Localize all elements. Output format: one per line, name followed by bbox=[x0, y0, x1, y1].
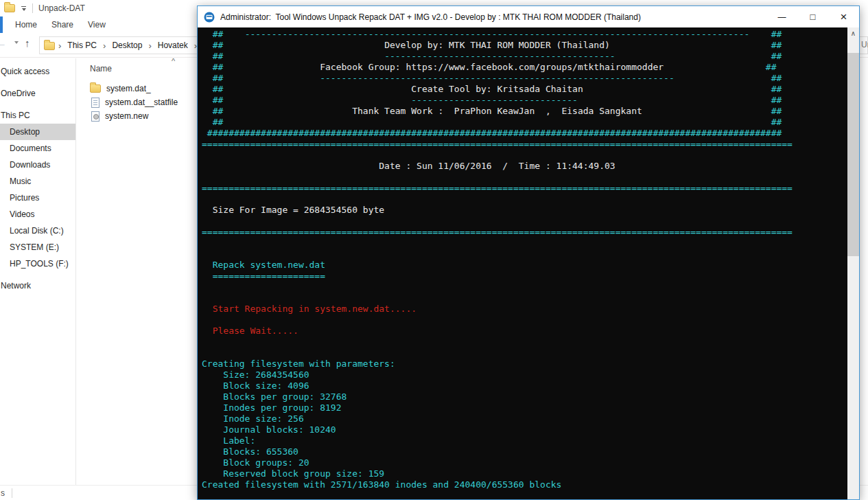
generic-file-icon bbox=[91, 111, 99, 122]
sort-ascending-icon: ^ bbox=[172, 57, 175, 65]
folder-icon bbox=[4, 4, 15, 12]
console-line bbox=[202, 348, 847, 359]
sidebar-item-label: Desktop bbox=[10, 127, 40, 137]
console-line bbox=[202, 172, 847, 183]
console-line: ========================================… bbox=[202, 183, 847, 194]
console-line: ## Thank Team Work : PraPhon KeawJan , E… bbox=[202, 106, 847, 117]
console-titlebar[interactable]: Administrator: Tool Windows Unpack Repac… bbox=[198, 6, 859, 27]
console-line: ========================================… bbox=[202, 227, 847, 238]
console-scrollbar[interactable]: ∧ bbox=[847, 27, 859, 499]
breadcrumb-chevron-icon: › bbox=[145, 41, 154, 51]
breadcrumb-item-this-pc[interactable]: This PC bbox=[64, 41, 99, 50]
console-line: Size: 2684354560 bbox=[202, 370, 847, 380]
sidebar-item-label: HP_TOOLS (F:) bbox=[10, 259, 69, 269]
console-line: Journal blocks: 10240 bbox=[202, 424, 847, 435]
breadcrumb-item-desktop[interactable]: Desktop bbox=[109, 41, 145, 50]
console-line bbox=[202, 150, 847, 161]
console-line: Block size: 4096 bbox=[202, 380, 847, 391]
sidebar-item-hp-tools-f[interactable]: HP_TOOLS (F:) bbox=[0, 255, 75, 272]
console-line: Created filesystem with 2571/163840 inod… bbox=[202, 479, 847, 490]
maximize-button[interactable]: □ bbox=[797, 6, 828, 27]
console-line: ## Facebook Group: https://www.facebook.… bbox=[202, 62, 847, 73]
status-bar-divider bbox=[12, 488, 12, 498]
sidebar-item-downloads[interactable]: Downloads bbox=[0, 157, 75, 173]
tab-share[interactable]: Share bbox=[47, 16, 84, 33]
item-count-fragment: s bbox=[1, 488, 5, 498]
sidebar-item-network[interactable]: Network bbox=[0, 277, 75, 294]
folder-icon bbox=[90, 84, 101, 93]
console-line bbox=[202, 194, 847, 205]
sidebar-item-local-disk-c[interactable]: Local Disk (C:) bbox=[0, 223, 75, 239]
console-line: ########################################… bbox=[202, 128, 847, 139]
breadcrumb-item-hovatek[interactable]: Hovatek bbox=[155, 41, 191, 50]
sidebar-item-label: Videos bbox=[10, 209, 34, 219]
console-output: ## -------------------------------------… bbox=[202, 29, 847, 490]
scroll-up-icon[interactable]: ∧ bbox=[847, 27, 859, 39]
console-line: ===================== bbox=[202, 271, 847, 282]
tab-file[interactable] bbox=[0, 16, 3, 33]
console-line: Inode size: 256 bbox=[202, 413, 847, 424]
tab-view[interactable]: View bbox=[84, 16, 116, 33]
search-box-fragment[interactable]: Un bbox=[861, 40, 868, 49]
sidebar-item-label: Quick access bbox=[1, 67, 49, 76]
console-line: Please Wait..... bbox=[202, 326, 847, 337]
console-line bbox=[202, 315, 847, 326]
console-line: Start Repacking in system.new.dat..... bbox=[202, 304, 847, 315]
sidebar-item-system-e[interactable]: SYSTEM (E:) bbox=[0, 239, 75, 255]
explorer-window-title: Unpack-DAT bbox=[38, 3, 85, 13]
console-line: ## -------------------------------------… bbox=[202, 51, 847, 62]
console-line: Label: bbox=[202, 435, 847, 446]
breadcrumb-chevron-icon: › bbox=[55, 41, 64, 51]
history-dropdown-icon[interactable] bbox=[14, 44, 19, 56]
up-button[interactable]: ↑ bbox=[25, 37, 30, 49]
sidebar-item-music[interactable]: Music bbox=[0, 173, 75, 190]
back-button[interactable]: ← bbox=[0, 37, 7, 49]
sidebar-item-label: This PC bbox=[1, 111, 30, 120]
column-header-name[interactable]: Name ^ bbox=[90, 61, 208, 76]
sidebar-item-pictures[interactable]: Pictures bbox=[0, 190, 75, 206]
sidebar-item-onedrive[interactable]: OneDrive bbox=[0, 85, 75, 102]
console-line: ## Create Tool by: Kritsada Chaitan ## bbox=[202, 84, 847, 95]
sidebar-item-quick-access[interactable]: Quick access bbox=[0, 63, 75, 80]
titlebar-divider bbox=[32, 3, 33, 13]
scrollbar-thumb[interactable] bbox=[847, 53, 859, 256]
console-line bbox=[202, 249, 847, 260]
minimize-button[interactable]: — bbox=[766, 6, 797, 27]
sidebar-item-desktop[interactable]: Desktop bbox=[0, 124, 75, 140]
sidebar-item-label: OneDrive bbox=[1, 89, 36, 98]
sidebar-item-documents[interactable]: Documents bbox=[0, 140, 75, 157]
qat-bar bbox=[21, 6, 26, 7]
console-line bbox=[202, 238, 847, 249]
breadcrumb-chevron-icon: › bbox=[99, 41, 109, 51]
console-line: Reserved block group size: 159 bbox=[202, 468, 847, 479]
sidebar-item-label: Local Disk (C:) bbox=[10, 226, 64, 236]
sidebar-item-this-pc[interactable]: This PC bbox=[0, 107, 75, 124]
sidebar-item-label: Network bbox=[1, 281, 31, 291]
console-line bbox=[202, 293, 847, 304]
console-line: Size For Image = 2684354560 byte bbox=[202, 205, 847, 216]
console-window-title: Administrator: Tool Windows Unpack Repac… bbox=[220, 12, 766, 22]
console-line: Blocks per group: 32768 bbox=[202, 391, 847, 402]
console-line: ========================================… bbox=[202, 139, 847, 150]
console-line: Block groups: 20 bbox=[202, 457, 847, 468]
sidebar-item-videos[interactable]: Videos bbox=[0, 206, 75, 223]
console-line: ## Develop by: MTK THAI ROM MODDER (Thai… bbox=[202, 40, 847, 51]
console-body: ## -------------------------------------… bbox=[198, 27, 859, 499]
console-line: Inodes per group: 8192 bbox=[202, 402, 847, 413]
console-line: ## -------------------------------------… bbox=[202, 29, 847, 40]
console-line bbox=[202, 216, 847, 227]
file-name: system.dat__statfile bbox=[105, 98, 178, 107]
quick-access-toolbar-dropdown-icon[interactable] bbox=[21, 6, 26, 11]
console-line: ## ## bbox=[202, 117, 847, 128]
console-window: Administrator: Tool Windows Unpack Repac… bbox=[197, 5, 860, 500]
console-line bbox=[202, 282, 847, 293]
cmd-admin-icon bbox=[204, 12, 215, 23]
chevron-down-icon bbox=[22, 8, 26, 11]
console-line bbox=[202, 337, 847, 348]
breadcrumb: ›This PC›Desktop›Hovatek› bbox=[55, 41, 200, 51]
tab-home[interactable]: Home bbox=[11, 16, 47, 33]
column-header-label: Name bbox=[90, 64, 112, 73]
console-line: Blocks: 655360 bbox=[202, 446, 847, 457]
text-file-icon bbox=[91, 98, 99, 108]
close-button[interactable]: × bbox=[828, 6, 859, 27]
